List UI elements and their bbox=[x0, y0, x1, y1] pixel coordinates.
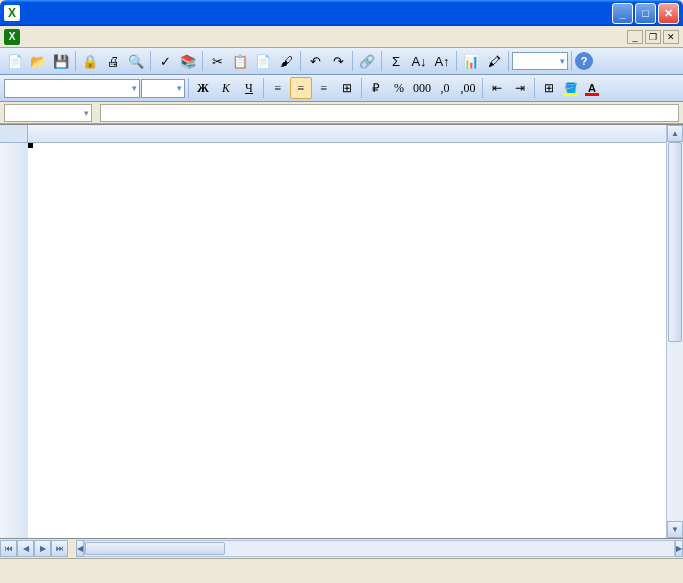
select-all-corner[interactable] bbox=[0, 125, 28, 142]
title-bar: X _ □ ✕ bbox=[0, 0, 683, 26]
menu-insert[interactable] bbox=[62, 35, 74, 39]
tab-next-button[interactable]: ▶ bbox=[34, 540, 51, 557]
menu-bar: X _ ❐ ✕ bbox=[0, 26, 683, 48]
print-button[interactable]: 🖨 bbox=[102, 50, 124, 72]
fill-color-button[interactable]: 🪣 bbox=[561, 78, 581, 98]
workbook-icon[interactable]: X bbox=[4, 29, 20, 45]
mdi-close-button[interactable]: ✕ bbox=[663, 30, 679, 44]
horizontal-scrollbar[interactable]: ◀ ▶ bbox=[76, 540, 683, 557]
increase-indent-button[interactable]: ⇥ bbox=[509, 77, 531, 99]
comma-button[interactable]: 000 bbox=[411, 77, 433, 99]
autosum-button[interactable]: Σ bbox=[385, 50, 407, 72]
excel-icon: X bbox=[4, 5, 20, 21]
menu-help[interactable] bbox=[122, 35, 134, 39]
italic-button[interactable]: К bbox=[215, 77, 237, 99]
vertical-scrollbar[interactable]: ▲ ▼ bbox=[666, 125, 683, 538]
drawing-button[interactable]: 🖍 bbox=[483, 50, 505, 72]
sort-asc-button[interactable]: A↓ bbox=[408, 50, 430, 72]
menu-data[interactable] bbox=[98, 35, 110, 39]
scroll-up-button[interactable]: ▲ bbox=[667, 125, 683, 142]
menu-view[interactable] bbox=[50, 35, 62, 39]
menu-window[interactable] bbox=[110, 35, 122, 39]
sheet-tab-bar: ⏮ ◀ ▶ ⏭ ◀ ▶ bbox=[0, 538, 683, 558]
format-painter-button[interactable]: 🖌 bbox=[275, 50, 297, 72]
currency-button[interactable]: ₽ bbox=[365, 77, 387, 99]
font-name-combo[interactable] bbox=[4, 79, 140, 98]
align-center-button[interactable]: ≡ bbox=[290, 77, 312, 99]
font-size-combo[interactable] bbox=[141, 79, 185, 98]
open-button[interactable]: 📂 bbox=[27, 50, 49, 72]
permission-button[interactable]: 🔒 bbox=[79, 50, 101, 72]
status-bar bbox=[0, 558, 683, 578]
percent-button[interactable]: % bbox=[388, 77, 410, 99]
bold-button[interactable]: Ж bbox=[192, 77, 214, 99]
menu-edit[interactable] bbox=[38, 35, 50, 39]
save-button[interactable]: 💾 bbox=[50, 50, 72, 72]
tab-last-button[interactable]: ⏭ bbox=[51, 540, 68, 557]
increase-decimal-button[interactable]: ,0 bbox=[434, 77, 456, 99]
decrease-indent-button[interactable]: ⇤ bbox=[486, 77, 508, 99]
borders-button[interactable]: ⊞ bbox=[538, 77, 560, 99]
cut-button[interactable]: ✂ bbox=[206, 50, 228, 72]
column-headers[interactable] bbox=[0, 125, 666, 143]
formula-bar bbox=[0, 102, 683, 124]
paste-button[interactable]: 📄 bbox=[252, 50, 274, 72]
chart-button[interactable]: 📊 bbox=[460, 50, 482, 72]
redo-button[interactable]: ↷ bbox=[327, 50, 349, 72]
sort-desc-button[interactable]: A↑ bbox=[431, 50, 453, 72]
formula-input[interactable] bbox=[100, 104, 679, 122]
new-button[interactable]: 📄 bbox=[4, 50, 26, 72]
research-button[interactable]: 📚 bbox=[177, 50, 199, 72]
minimize-button[interactable]: _ bbox=[612, 3, 633, 24]
formatting-toolbar: Ж К Ч ≡ ≡ ≡ ⊞ ₽ % 000 ,0 ,00 ⇤ ⇥ ⊞ 🪣 A bbox=[0, 75, 683, 102]
mdi-minimize-button[interactable]: _ bbox=[627, 30, 643, 44]
scroll-right-button[interactable]: ▶ bbox=[675, 540, 683, 557]
fill-handle[interactable] bbox=[28, 143, 33, 148]
mdi-restore-button[interactable]: ❐ bbox=[645, 30, 661, 44]
copy-button[interactable]: 📋 bbox=[229, 50, 251, 72]
menu-tools[interactable] bbox=[86, 35, 98, 39]
maximize-button[interactable]: □ bbox=[635, 3, 656, 24]
spelling-button[interactable]: ✓ bbox=[154, 50, 176, 72]
zoom-combo[interactable] bbox=[512, 52, 568, 70]
undo-button[interactable]: ↶ bbox=[304, 50, 326, 72]
vertical-scroll-thumb[interactable] bbox=[668, 142, 682, 342]
scroll-left-button[interactable]: ◀ bbox=[76, 540, 84, 557]
font-color-button[interactable]: A bbox=[582, 78, 602, 98]
merge-center-button[interactable]: ⊞ bbox=[336, 77, 358, 99]
standard-toolbar: 📄 📂 💾 🔒 🖨 🔍 ✓ 📚 ✂ 📋 📄 🖌 ↶ ↷ 🔗 Σ A↓ A↑ 📊 … bbox=[0, 48, 683, 75]
scroll-down-button[interactable]: ▼ bbox=[667, 521, 683, 538]
worksheet-grid: ▲ ▼ bbox=[0, 124, 683, 538]
horizontal-scroll-thumb[interactable] bbox=[85, 542, 225, 555]
menu-format[interactable] bbox=[74, 35, 86, 39]
cells-area[interactable] bbox=[28, 143, 666, 538]
hyperlink-button[interactable]: 🔗 bbox=[356, 50, 378, 72]
tab-first-button[interactable]: ⏮ bbox=[0, 540, 17, 557]
row-headers[interactable] bbox=[0, 143, 28, 538]
preview-button[interactable]: 🔍 bbox=[125, 50, 147, 72]
menu-file[interactable] bbox=[26, 35, 38, 39]
underline-button[interactable]: Ч bbox=[238, 77, 260, 99]
tab-prev-button[interactable]: ◀ bbox=[17, 540, 34, 557]
align-left-button[interactable]: ≡ bbox=[267, 77, 289, 99]
help-button[interactable]: ? bbox=[575, 52, 593, 70]
align-right-button[interactable]: ≡ bbox=[313, 77, 335, 99]
close-button[interactable]: ✕ bbox=[658, 3, 679, 24]
decrease-decimal-button[interactable]: ,00 bbox=[457, 77, 479, 99]
name-box[interactable] bbox=[4, 104, 92, 122]
